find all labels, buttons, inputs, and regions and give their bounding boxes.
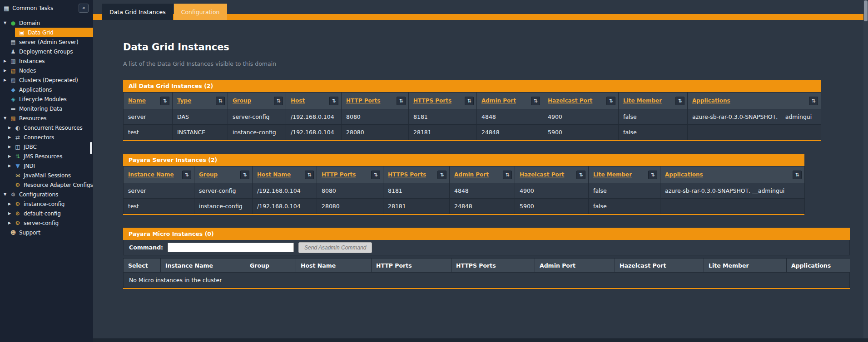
column-sort-link[interactable]: Hazelcast Port bbox=[548, 98, 592, 104]
sidebar-item-jndi[interactable]: ▶▼JNDI bbox=[0, 161, 93, 171]
resources-icon: ▧ bbox=[10, 115, 17, 122]
column-sort-link[interactable]: HTTPS Ports bbox=[413, 98, 451, 104]
sidebar-item-connectors[interactable]: ▶⇄Connectors bbox=[0, 132, 93, 142]
sort-button[interactable]: ⇅ bbox=[576, 171, 585, 179]
sort-button[interactable]: ⇅ bbox=[160, 97, 169, 105]
sort-button[interactable]: ⇅ bbox=[182, 171, 191, 179]
sidebar-item-label: Data Grid bbox=[28, 29, 54, 36]
sort-button[interactable]: ⇅ bbox=[305, 171, 314, 179]
micro-instances-table-title: Payara Micro Instances (0) bbox=[123, 228, 850, 240]
column-sort-link[interactable]: HTTP Ports bbox=[322, 171, 356, 178]
page-body: Data Grid Instances A list of the Data G… bbox=[93, 42, 868, 289]
chevron-right-icon[interactable]: ▶ bbox=[4, 78, 10, 82]
chevron-right-icon[interactable]: ▶ bbox=[8, 211, 14, 215]
sidebar-item-label: Support bbox=[19, 230, 40, 236]
chevron-right-icon[interactable]: ▶ bbox=[4, 68, 10, 73]
sidebar-item-configurations[interactable]: ▼⚙Configurations bbox=[0, 190, 93, 199]
main-scrollbar-thumb[interactable] bbox=[864, 0, 868, 21]
column-sort-link[interactable]: Group bbox=[199, 171, 218, 178]
column-sort-link[interactable]: HTTP Ports bbox=[346, 98, 381, 104]
column-sort-link[interactable]: HTTPS Ports bbox=[388, 171, 426, 178]
sidebar-item-domain[interactable]: ▼●Domain bbox=[0, 18, 93, 28]
tab-data-grid-instances[interactable]: Data Grid Instances bbox=[102, 4, 173, 20]
sidebar-item-label: Lifecycle Modules bbox=[19, 96, 67, 103]
column-sort-link[interactable]: Type bbox=[177, 98, 191, 104]
chevron-right-icon[interactable]: ▶ bbox=[8, 154, 14, 158]
chevron-down-icon[interactable]: ▼ bbox=[4, 21, 10, 25]
sidebar-item-jms-resources[interactable]: ▶⇅JMS Resources bbox=[0, 151, 93, 161]
chevron-right-icon[interactable]: ▶ bbox=[8, 135, 14, 139]
sidebar-item-support[interactable]: ☻Support bbox=[0, 228, 93, 237]
send-asadmin-command-button[interactable]: Send Asadmin Command bbox=[298, 242, 372, 253]
sort-button[interactable]: ⇅ bbox=[531, 97, 540, 105]
sidebar-item-instances[interactable]: ▶▥Instances bbox=[0, 56, 93, 66]
column-sort-link[interactable]: Applications bbox=[692, 98, 730, 104]
column-sort-link[interactable]: Lite Member bbox=[623, 98, 662, 104]
chevron-down-icon[interactable]: ▼ bbox=[4, 192, 10, 196]
column-sort-link[interactable]: Instance Name bbox=[128, 171, 174, 178]
sort-button[interactable]: ⇅ bbox=[809, 97, 818, 105]
connectors-icon: ⇄ bbox=[14, 134, 21, 141]
sidebar-item-deployment-groups[interactable]: ♟Deployment Groups bbox=[0, 47, 93, 56]
default-config-icon: ⚙ bbox=[14, 210, 21, 217]
sidebar-item-default-config[interactable]: ▶⚙default-config bbox=[0, 209, 93, 218]
chevron-right-icon[interactable]: ▶ bbox=[8, 221, 14, 225]
sort-button[interactable]: ⇅ bbox=[606, 97, 615, 105]
support-icon: ☻ bbox=[10, 230, 17, 236]
table-cell: false bbox=[589, 183, 660, 199]
sidebar-item-applications[interactable]: ◆Applications bbox=[0, 85, 93, 94]
sort-button[interactable]: ⇅ bbox=[397, 97, 406, 105]
chevron-right-icon[interactable]: ▶ bbox=[8, 145, 14, 149]
sort-button[interactable]: ⇅ bbox=[371, 171, 380, 179]
tab-configuration[interactable]: Configuration bbox=[174, 4, 227, 20]
chevron-right-icon[interactable]: ▶ bbox=[8, 126, 14, 130]
column-sort-link[interactable]: Hazelcast Port bbox=[520, 171, 564, 178]
chevron-down-icon[interactable]: ▼ bbox=[4, 116, 10, 120]
table-cell: 4848 bbox=[450, 183, 515, 199]
sidebar-item-jdbc[interactable]: ▶◫JDBC bbox=[0, 142, 93, 151]
sidebar-scrollbar-thumb[interactable] bbox=[90, 142, 92, 154]
sort-button[interactable]: ⇅ bbox=[240, 171, 249, 179]
sort-button[interactable]: ⇅ bbox=[675, 97, 684, 105]
column-sort-link[interactable]: Lite Member bbox=[593, 171, 632, 178]
column-sort-link[interactable]: Name bbox=[128, 98, 146, 104]
sidebar-item-resource-adapter-configs[interactable]: ⚙Resource Adapter Configs bbox=[0, 180, 93, 190]
sidebar-item-resources[interactable]: ▼▧Resources bbox=[0, 113, 93, 123]
sidebar-item-javamail-sessions[interactable]: ✉JavaMail Sessions bbox=[0, 171, 93, 180]
table-cell: instance-config bbox=[228, 125, 286, 140]
sort-button[interactable]: ⇅ bbox=[793, 171, 802, 179]
column-sort-link[interactable]: Group bbox=[233, 98, 251, 104]
command-input[interactable] bbox=[168, 243, 294, 252]
sidebar: ▦ Common Tasks « ▼●Domain▣Data Grid▤serv… bbox=[0, 0, 93, 342]
column-sort-link[interactable]: Host Name bbox=[257, 171, 291, 178]
sort-button[interactable]: ⇅ bbox=[465, 97, 474, 105]
chevron-right-icon[interactable]: ▶ bbox=[8, 164, 14, 168]
sidebar-item-server-admin-server[interactable]: ▤server (Admin Server) bbox=[0, 37, 93, 47]
main-scrollbar-track[interactable] bbox=[863, 0, 868, 342]
sidebar-item-lifecycle-modules[interactable]: ◈Lifecycle Modules bbox=[0, 94, 93, 104]
column-sort-link[interactable]: Applications bbox=[665, 171, 703, 178]
chevron-right-icon[interactable]: ▶ bbox=[8, 202, 14, 206]
column-sort-link[interactable]: Host bbox=[291, 98, 305, 104]
chevron-right-icon[interactable]: ▶ bbox=[4, 59, 10, 63]
sidebar-item-server-config[interactable]: ▶⚙server-config bbox=[0, 218, 93, 228]
table-cell: /192.168.0.104 bbox=[253, 199, 317, 214]
sidebar-item-monitoring-data[interactable]: ▬Monitoring Data bbox=[0, 104, 93, 113]
sort-button[interactable]: ⇅ bbox=[329, 97, 338, 105]
sort-button[interactable]: ⇅ bbox=[648, 171, 657, 179]
sort-button[interactable]: ⇅ bbox=[437, 171, 446, 179]
column-sort-link[interactable]: Admin Port bbox=[454, 171, 489, 178]
sidebar-item-nodes[interactable]: ▶▧Nodes bbox=[0, 66, 93, 75]
sidebar-item-instance-config[interactable]: ▶⚙instance-config bbox=[0, 199, 93, 209]
column-sort-link[interactable]: Admin Port bbox=[481, 98, 516, 104]
sort-button[interactable]: ⇅ bbox=[274, 97, 283, 105]
sidebar-item-clusters-deprecated[interactable]: ▶▨Clusters (Deprecated) bbox=[0, 75, 93, 85]
sort-button[interactable]: ⇅ bbox=[503, 171, 512, 179]
table-cell: /192.168.0.104 bbox=[253, 183, 317, 199]
table-cell: server-config bbox=[194, 183, 253, 199]
sidebar-item-concurrent-resources[interactable]: ▶◐Concurrent Resources bbox=[0, 123, 93, 132]
sort-button[interactable]: ⇅ bbox=[216, 97, 225, 105]
table-cell: 8181 bbox=[409, 109, 477, 125]
sidebar-item-data-grid[interactable]: ▣Data Grid bbox=[15, 28, 93, 37]
sidebar-collapse-button[interactable]: « bbox=[79, 4, 89, 13]
